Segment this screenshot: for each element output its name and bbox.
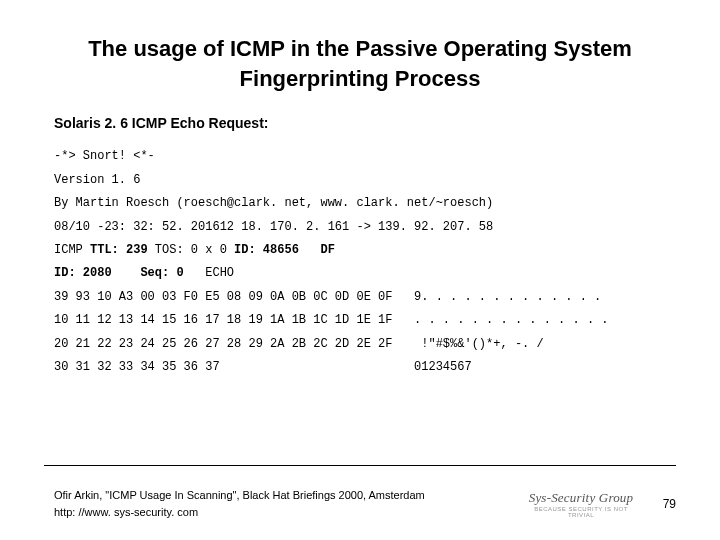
echo-id: ID: 2080	[54, 266, 112, 280]
footer-url: http: //www. sys-security. com	[54, 504, 516, 521]
hexdump-row: 20 21 22 23 24 25 26 27 28 29 2A 2B 2C 2…	[54, 337, 544, 351]
slide-footer: Ofir Arkin, "ICMP Usage In Scanning", Bl…	[54, 487, 676, 520]
line-snort: -*> Snort! <*-	[54, 149, 155, 163]
slide-subhead: Solaris 2. 6 ICMP Echo Request:	[54, 115, 676, 131]
line-author: By Martin Roesch (roesch@clark. net, www…	[54, 196, 493, 210]
id-field: ID: 48656	[234, 243, 299, 257]
footer-reference: Ofir Arkin, "ICMP Usage In Scanning", Bl…	[54, 487, 516, 520]
line-version: Version 1. 6	[54, 173, 140, 187]
hexdump-row: 30 31 32 33 34 35 36 37 01234567	[54, 360, 472, 374]
slide-title: The usage of ICMP in the Passive Operati…	[44, 34, 676, 93]
line-icmp-summary: ICMP TTL: 239 TOS: 0 x 0 ID: 48656 DF	[54, 243, 335, 257]
logo-brand: Sys-Security Group	[526, 490, 636, 506]
footer-divider	[44, 465, 676, 466]
footer-citation: Ofir Arkin, "ICMP Usage In Scanning", Bl…	[54, 487, 516, 504]
footer-logo: Sys-Security Group BECAUSE SECURITY IS N…	[526, 490, 636, 518]
packet-dump: -*> Snort! <*- Version 1. 6 By Martin Ro…	[54, 145, 676, 379]
hexdump-row: 39 93 10 A3 00 03 F0 E5 08 09 0A 0B 0C 0…	[54, 290, 601, 304]
line-echo-id: ID: 2080 Seq: 0 ECHO	[54, 266, 234, 280]
echo-seq: Seq: 0	[140, 266, 183, 280]
ttl-field: TTL: 239	[90, 243, 148, 257]
line-addresses: 08/10 -23: 32: 52. 201612 18. 170. 2. 16…	[54, 220, 493, 234]
df-flag: DF	[320, 243, 334, 257]
hexdump-row: 10 11 12 13 14 15 16 17 18 19 1A 1B 1C 1…	[54, 313, 609, 327]
page-number: 79	[646, 497, 676, 511]
logo-tagline: BECAUSE SECURITY IS NOT TRIVIAL	[526, 506, 636, 518]
